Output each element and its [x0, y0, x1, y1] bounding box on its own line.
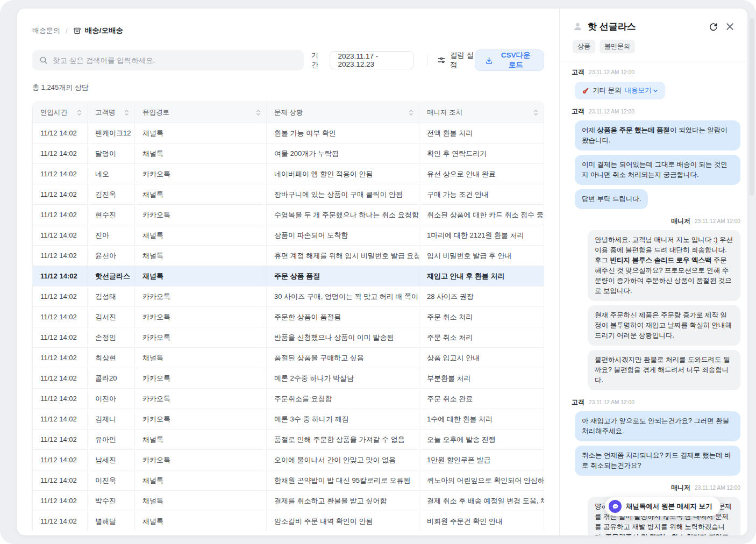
cell-issue: 상품이 파손되어 도착함	[267, 225, 419, 245]
sort-icon[interactable]	[533, 109, 538, 116]
cell-intake-time: 11/12 14:02	[33, 184, 88, 204]
search-box[interactable]	[32, 50, 304, 70]
page-scrollbar-thumb[interactable]	[750, 18, 754, 196]
table-row[interactable]: 11/12 14:02김서진카카오톡주문한 상품이 품절됨주문 취소 처리	[33, 306, 544, 327]
table-row[interactable]: 11/12 14:02달덩이채널톡여물 200개가 누락됨확인 후 연락드리기	[33, 143, 544, 163]
table-row[interactable]: 11/12 14:02콜라20카카오톡메론 2수중 하나가 박살남부분환불 처리	[33, 368, 544, 388]
date-range-picker[interactable]: 2023.11.17 - 2023.12.23	[330, 51, 413, 69]
cell-issue: 암소갈비 주문 내역 확인이 안됨	[267, 511, 419, 531]
cell-channel: 채널톡	[135, 348, 267, 368]
column-header-channel[interactable]: 유입경로	[135, 102, 267, 123]
table-row[interactable]: 11/12 14:02팬케이크12채널톡환불 가능 여부 확인전액 환불 처리	[33, 123, 544, 143]
cell-intake-time: 11/12 14:02	[33, 511, 88, 531]
table-row[interactable]: 11/12 14:02김진옥채널톡장바구니에 있는 상품이 구매 클릭이 안됨구…	[33, 184, 544, 204]
cell-customer-name: 김성태	[88, 287, 135, 306]
table-row[interactable]: 11/12 14:02남세진카카오톡오이에 물이나서 간이 안맞고 맛이 없음1…	[33, 449, 544, 470]
table-row[interactable]: 11/12 14:02핫선글라스채널톡주문 상품 품절재입고 안내 후 환불 처…	[33, 266, 544, 286]
cell-channel: 카카오톡	[135, 164, 267, 184]
app-window: 배송문의 / 배송/오배송 기간 2023.11.17 - 2023.12.23	[17, 9, 747, 535]
consultation-list-section: 배송문의 / 배송/오배송 기간 2023.11.17 - 2023.12.23	[17, 9, 559, 535]
cell-channel: 카카오톡	[135, 287, 267, 306]
cell-intake-time: 11/12 14:02	[33, 450, 88, 470]
cell-manager-action: 상품 입고시 안내	[419, 348, 544, 368]
table-row[interactable]: 11/12 14:02네오카카오톡네이버페이 앱 할인 적용이 안됨유선 상으로…	[33, 163, 544, 184]
chat-tags: 상품불만문의	[573, 40, 736, 53]
chat-bubble: 아 재입고가 앞으로도 안되는건가요? 그러면 환불 처리해주세요.	[575, 411, 740, 441]
refresh-icon[interactable]	[707, 21, 719, 33]
table-row[interactable]: 11/12 14:02최상현채널톡품절된 상품을 구매하고 싶음상품 입고시 안…	[33, 347, 544, 368]
period-label: 기간	[311, 51, 323, 70]
chat-tag: 상품	[573, 40, 595, 53]
table-row[interactable]: 11/12 14:02박수진채널톡결제를 취소하고 환불을 받고 싶어함결제 취…	[33, 490, 544, 511]
column-header-manager-action[interactable]: 매니저 조치	[419, 102, 544, 123]
message-timestamp: 23.11.12 AM 12:00	[589, 109, 634, 114]
cell-issue: 수영복을 두 개 주문했으나 하나는 취소 요청함	[267, 205, 419, 225]
column-settings-button[interactable]: 컬럼 설정	[437, 51, 475, 70]
cell-intake-time: 11/12 14:02	[33, 491, 88, 511]
message-meta: 고객23.11.12 AM 12:00	[572, 68, 740, 77]
cell-customer-name: 네오	[88, 164, 135, 184]
csv-download-button[interactable]: CSV다운로드	[475, 49, 544, 71]
customer-message-group: 고객23.11.12 AM 12:00아 재입고가 앞으로도 안되는건가요? 그…	[572, 398, 740, 476]
toolbar: 기간 2023.11.17 - 2023.12.23 컬럼 설정 CSV다운로드	[32, 49, 544, 71]
chat-customer-title: 핫 선글라스	[588, 20, 702, 33]
table-row[interactable]: 11/12 14:02이진아카카오톡주문취소를 요청함주문 취소 완료	[33, 388, 544, 409]
table-row[interactable]: 11/12 14:02손정임카카오톡반품을 신청했으나 상품이 이미 발송됨주문…	[33, 327, 544, 347]
cell-channel: 채널톡	[135, 491, 267, 511]
cell-issue: 장바구니에 있는 상품이 구매 클릭이 안됨	[267, 184, 419, 204]
cell-issue: 한채원 곤약밥이 밥 대신 95칼로리로 오류됨	[267, 470, 419, 490]
cell-customer-name: 이진욱	[88, 470, 135, 490]
column-header-issue[interactable]: 문제 상황	[267, 102, 419, 123]
sender-label: 고객	[572, 68, 584, 77]
sort-icon[interactable]	[409, 109, 413, 116]
sort-icon[interactable]	[256, 109, 261, 116]
sender-label: 매니저	[671, 483, 690, 492]
breadcrumb-separator: /	[66, 27, 68, 35]
person-icon	[573, 22, 583, 32]
message-timestamp: 23.11.12 AM 12:00	[589, 399, 634, 405]
breadcrumb-root[interactable]: 배송문의	[32, 26, 60, 35]
csv-download-label: CSV다운로드	[497, 51, 534, 70]
table-header-row: 인입시간고객명유입경로문제 상황매니저 조치	[33, 102, 544, 123]
close-icon[interactable]	[724, 21, 736, 33]
sort-icon[interactable]	[124, 109, 129, 116]
cell-intake-time: 11/12 14:02	[33, 246, 88, 266]
search-input[interactable]	[53, 56, 297, 65]
table-row[interactable]: 11/12 14:02진아채널톡상품이 파손되어 도착함1마리에 대한 2121…	[33, 225, 544, 245]
sliders-icon	[437, 56, 446, 65]
column-header-intake-time[interactable]: 인입시간	[33, 102, 88, 123]
cell-issue: 여물 200개가 누락됨	[267, 144, 419, 163]
table-row[interactable]: 11/12 14:02현수진카카오톡수영복을 두 개 주문했으나 하나는 취소 …	[33, 204, 544, 225]
view-original-message-button[interactable]: 채널톡에서 원본 메세지 보기	[605, 497, 721, 516]
sort-icon[interactable]	[77, 109, 82, 116]
cell-intake-time: 11/12 14:02	[33, 205, 88, 225]
chat-bubble: 현재 주문하신 제품은 주문량 증가로 제작 일정이 불투명하여 재입고 날짜를…	[588, 305, 740, 346]
cell-issue: 품절된 상품을 구매하고 싶음	[267, 348, 419, 368]
column-settings-label: 컬럼 설정	[450, 51, 475, 70]
breadcrumb-current[interactable]: 배송/오배송	[73, 26, 123, 35]
cell-customer-name: 김진옥	[88, 184, 135, 204]
column-header-customer-name[interactable]: 고객명	[88, 102, 135, 123]
inquiry-type-pill[interactable]: 기타 문의내용보기	[575, 82, 665, 99]
table-row[interactable]: 11/12 14:02유아인채널톡품절로 인해 주문한 상품을 가져갈 수 없음…	[33, 429, 544, 449]
folder-box-icon	[73, 27, 81, 35]
table-row[interactable]: 11/12 14:02윤선아채널톡휴면 계정 해제를 위해 임시 비밀번호 발급…	[33, 245, 544, 266]
cell-customer-name: 콜라20	[88, 368, 135, 388]
search-icon	[39, 56, 48, 65]
chat-bubble: 이미 결제는 되어있는데 그대로 배송이 되는 것인지 아니면 취소 처리되는지…	[575, 155, 740, 185]
cell-channel: 채널톡	[135, 144, 267, 163]
pill-see-content-link[interactable]: 내용보기	[624, 86, 658, 95]
table-row[interactable]: 11/12 14:02이진욱채널톡한채원 곤약밥이 밥 대신 95칼로리로 오류…	[33, 470, 544, 490]
message-meta: 매니저23.11.12 AM 12:00	[572, 217, 740, 226]
cell-customer-name: 현수진	[88, 205, 135, 225]
chat-bubble: 취소는 언제쯤 처리되나요? 카드 결제로 했는데 바로 취소되는건가요?	[575, 446, 740, 476]
table-row[interactable]: 11/12 14:02김제니카카오톡메론 3수 중 하나가 깨짐1수에 대한 환…	[33, 409, 544, 429]
cell-intake-time: 11/12 14:02	[33, 348, 88, 368]
cell-issue: 메론 3수 중 하나가 깨짐	[267, 409, 419, 429]
cell-manager-action: 결제 취소 후 배송 예정일 변경 도움, 채소...	[419, 491, 544, 511]
chat-bubble: 안녕하세요. 고객님 매니저 지노 입니다 :) 우선 이용 중에 불편함을 드…	[588, 230, 740, 301]
table-row[interactable]: 11/12 14:02별해달채널톡암소갈비 주문 내역 확인이 안됨비회원 주문…	[33, 511, 544, 531]
table-row[interactable]: 11/12 14:02김성태카카오톡30 사이즈 구매, 엉덩이는 꽉 맞고 허…	[33, 286, 544, 306]
cell-manager-action: 확인 후 연락드리기	[419, 144, 544, 163]
cell-channel: 카카오톡	[135, 389, 267, 409]
